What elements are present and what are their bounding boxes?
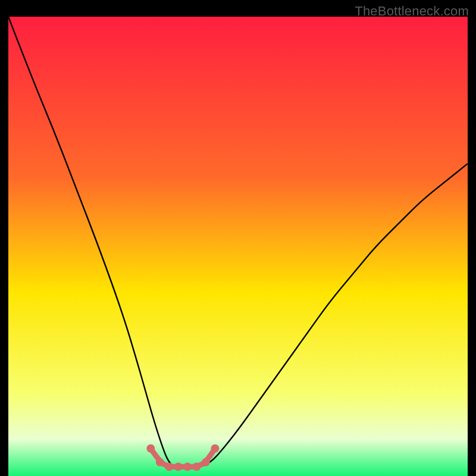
optimal-zone-marker bbox=[193, 463, 201, 471]
watermark-text: TheBottleneck.com bbox=[355, 4, 469, 19]
optimal-zone-marker bbox=[183, 463, 192, 471]
optimal-zone-marker bbox=[146, 444, 155, 453]
plot-area bbox=[8, 17, 468, 476]
optimal-zone-marker bbox=[156, 458, 164, 466]
bottleneck-chart bbox=[8, 17, 468, 476]
optimal-zone-marker bbox=[202, 458, 210, 466]
optimal-zone-marker bbox=[211, 444, 219, 453]
chart-frame: TheBottleneck.com bbox=[0, 0, 476, 476]
gradient-background bbox=[8, 17, 468, 476]
optimal-zone-marker bbox=[174, 463, 183, 471]
optimal-zone-marker bbox=[165, 463, 173, 471]
